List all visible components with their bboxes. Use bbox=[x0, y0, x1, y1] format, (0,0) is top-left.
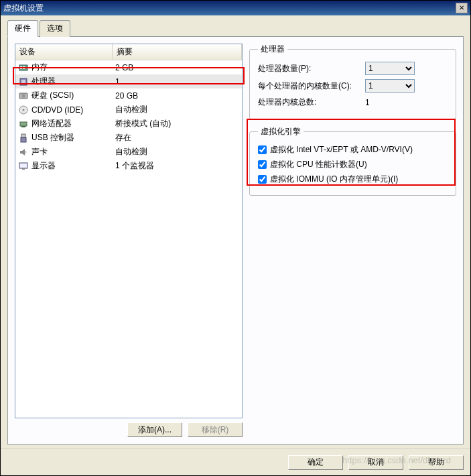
device-row-processor[interactable]: 处理器 1 bbox=[15, 74, 242, 88]
svg-rect-1 bbox=[20, 66, 22, 69]
device-row-cd[interactable]: CD/DVD (IDE) 自动检测 bbox=[15, 103, 242, 117]
window-title: 虚拟机设置 bbox=[3, 3, 44, 14]
ok-button[interactable]: 确定 bbox=[288, 455, 343, 470]
sound-icon bbox=[18, 147, 29, 158]
svg-rect-4 bbox=[21, 80, 25, 84]
num-processors-select[interactable]: 1 bbox=[365, 62, 415, 75]
vtx-label[interactable]: 虚拟化 Intel VT-x/EPT 或 AMD-V/RVI(V) bbox=[270, 144, 413, 156]
device-row-network[interactable]: 网络适配器 桥接模式 (自动) bbox=[15, 117, 242, 131]
iommu-checkbox[interactable] bbox=[258, 175, 267, 184]
cores-per-label: 每个处理器的内核数量(C): bbox=[258, 80, 365, 92]
tab-bar: 硬件 选项 bbox=[7, 19, 464, 37]
cancel-button[interactable]: 取消 bbox=[348, 455, 403, 470]
svg-rect-14 bbox=[22, 168, 25, 170]
display-icon bbox=[18, 161, 29, 172]
bottom-bar: 确定 取消 帮助 bbox=[1, 449, 470, 475]
svg-point-8 bbox=[23, 109, 25, 111]
col-summary[interactable]: 摘要 bbox=[113, 44, 242, 60]
add-button[interactable]: 添加(A)... bbox=[127, 422, 182, 437]
hdd-icon bbox=[18, 91, 29, 101]
tab-options[interactable]: 选项 bbox=[40, 20, 70, 37]
cpu-perf-checkbox[interactable] bbox=[258, 160, 267, 169]
cd-icon bbox=[18, 105, 29, 115]
device-row-sound[interactable]: 声卡 自动检测 bbox=[15, 145, 242, 159]
virtualization-group: 虚拟化引擎 虚拟化 Intel VT-x/EPT 或 AMD-V/RVI(V) … bbox=[249, 126, 456, 196]
num-processors-label: 处理器数量(P): bbox=[258, 63, 365, 74]
remove-button[interactable]: 移除(R) bbox=[188, 422, 243, 437]
vtx-checkbox[interactable] bbox=[258, 145, 267, 154]
device-row-hdd[interactable]: 硬盘 (SCSI) 20 GB bbox=[15, 88, 242, 103]
device-row-usb[interactable]: USB 控制器 存在 bbox=[15, 131, 242, 145]
device-table: 设备 摘要 内存 2 GB 处理器 1 硬盘 (SCSI) bbox=[15, 44, 243, 418]
network-icon bbox=[18, 119, 29, 129]
svg-rect-11 bbox=[21, 134, 25, 137]
virt-legend: 虚拟化引擎 bbox=[258, 126, 304, 137]
cpu-perf-label[interactable]: 虚拟化 CPU 性能计数器(U) bbox=[270, 159, 367, 170]
svg-point-6 bbox=[21, 94, 25, 98]
tab-hardware[interactable]: 硬件 bbox=[7, 20, 38, 37]
usb-icon bbox=[18, 133, 29, 143]
cores-per-select[interactable]: 1 bbox=[365, 79, 415, 93]
device-row-display[interactable]: 显示器 1 个监视器 bbox=[15, 159, 242, 173]
device-row-memory[interactable]: 内存 2 GB bbox=[15, 60, 242, 74]
svg-rect-9 bbox=[20, 122, 27, 126]
svg-rect-10 bbox=[21, 126, 25, 127]
col-device[interactable]: 设备 bbox=[15, 44, 113, 60]
total-cores-label: 处理器内核总数: bbox=[258, 97, 365, 108]
memory-icon bbox=[18, 62, 29, 73]
processor-legend: 处理器 bbox=[258, 44, 287, 55]
svg-rect-13 bbox=[19, 163, 27, 168]
help-button[interactable]: 帮助 bbox=[409, 455, 464, 470]
svg-rect-12 bbox=[21, 137, 26, 142]
total-cores-value: 1 bbox=[365, 98, 370, 107]
iommu-label[interactable]: 虚拟化 IOMMU (IO 内存管理单元)(I) bbox=[270, 174, 398, 185]
svg-rect-2 bbox=[23, 66, 25, 69]
close-button[interactable]: ✕ bbox=[456, 3, 468, 13]
processor-group: 处理器 处理器数量(P): 1 每个处理器的内核数量(C): 1 处理器内核总数… bbox=[249, 44, 456, 119]
cpu-icon bbox=[18, 76, 29, 87]
titlebar: 虚拟机设置 ✕ bbox=[1, 1, 470, 15]
